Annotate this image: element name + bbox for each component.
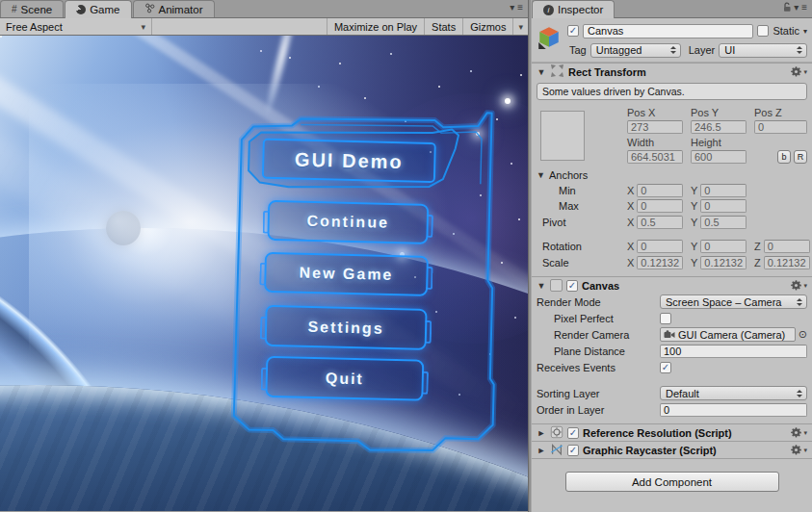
stats-button[interactable]: Stats: [424, 18, 462, 35]
tab-game[interactable]: Game: [65, 0, 131, 18]
static-caret-icon[interactable]: ▾: [803, 27, 807, 36]
anchor-preview[interactable]: [540, 111, 585, 161]
settings-button[interactable]: Settings: [265, 305, 428, 350]
pos-x-field[interactable]: 273: [627, 120, 683, 134]
graphic-raycaster-title: Graphic Raycaster (Script): [583, 445, 786, 456]
gameobject-cube-icon[interactable]: [537, 25, 562, 52]
inspector-tabstrip: i Inspector ▾≡: [532, 0, 812, 18]
height-field[interactable]: 600: [691, 150, 747, 164]
rect-transform-title: Rect Transform: [568, 66, 786, 78]
raw-edit-mode-button[interactable]: R: [794, 150, 807, 164]
reference-resolution-header[interactable]: ► ✓ Reference Resolution (Script) ▾: [532, 423, 812, 441]
plane-distance-value: 100: [664, 346, 681, 357]
add-component-area: Add Component: [532, 458, 812, 492]
add-component-button[interactable]: Add Component: [565, 472, 779, 492]
anchor-min-y-field[interactable]: 0: [700, 184, 747, 197]
axis-x-label: X: [627, 257, 634, 269]
width-field[interactable]: 664.5031: [627, 150, 683, 164]
rect-transform-header[interactable]: ▼ Rect Transform ▾: [532, 63, 812, 80]
canvas-component-header[interactable]: ▼ ✓ Canvas ▾: [532, 276, 812, 294]
render-mode-row: Render Mode Screen Space – Camera: [532, 294, 812, 310]
anchors-min-row: Min X0 Y0: [532, 183, 812, 198]
pivot-y-field[interactable]: 0.5: [700, 216, 747, 229]
reference-resolution-checkbox[interactable]: ✓: [567, 427, 579, 439]
maximize-label: Maximize on Play: [334, 21, 417, 33]
tab-scene[interactable]: # Scene: [0, 0, 64, 17]
foldout-icon[interactable]: ▼: [537, 281, 546, 291]
lock-icon[interactable]: [782, 2, 792, 13]
inspector-caret-icon[interactable]: ▾: [794, 2, 799, 13]
game-panel-menu[interactable]: ▾≡: [510, 2, 524, 13]
rect-position-block: Pos X Pos Y Pos Z 273 246.5 0 Width Heig…: [532, 103, 812, 167]
canvas-enabled-checkbox[interactable]: ✓: [566, 280, 578, 292]
min-x-value: 0: [641, 185, 646, 196]
pixel-perfect-label: Pixel Perfect: [537, 313, 660, 324]
render-camera-field[interactable]: GUI Camera (Camera): [660, 327, 796, 342]
menu-title-frame: GUI Demo: [262, 139, 436, 183]
quit-button[interactable]: Quit: [265, 356, 424, 401]
min-y-value: 0: [704, 185, 710, 196]
inspector-menu-icon[interactable]: ≡: [801, 2, 808, 13]
pos-y-field[interactable]: 246.5: [691, 120, 747, 134]
tab-inspector[interactable]: i Inspector: [532, 0, 615, 18]
gizmos-button[interactable]: Gizmos: [462, 18, 512, 35]
static-checkbox[interactable]: ✓: [757, 25, 769, 37]
continue-button[interactable]: Continue: [267, 200, 429, 244]
layer-dropdown[interactable]: UI: [719, 43, 807, 58]
render-mode-dropdown[interactable]: Screen Space – Camera: [660, 294, 807, 309]
foldout-icon[interactable]: ▼: [537, 67, 546, 77]
new-game-button[interactable]: New Game: [264, 252, 429, 296]
quit-label: Quit: [326, 370, 364, 388]
order-in-layer-field[interactable]: 0: [660, 403, 807, 417]
gear-caret-icon: ▾: [803, 447, 807, 454]
scale-z-field[interactable]: 0.12132: [764, 256, 810, 269]
gizmos-caret-button[interactable]: ▾: [512, 18, 528, 35]
scale-y-field[interactable]: 0.12132: [700, 256, 747, 269]
anchor-max-x-field[interactable]: 0: [637, 199, 683, 213]
pixel-perfect-checkbox[interactable]: ✓: [660, 313, 671, 324]
scale-x-field[interactable]: 0.12132: [637, 256, 683, 269]
plane-distance-field[interactable]: 100: [660, 345, 807, 358]
anchor-max-y-field[interactable]: 0: [700, 199, 747, 213]
axis-y-label: Y: [691, 241, 697, 252]
game-panel: # Scene Game Animator ▾≡ Free Aspect ▾: [0, 0, 528, 512]
canvas-gear[interactable]: ▾: [790, 279, 807, 292]
foldout-icon[interactable]: ►: [537, 428, 546, 438]
rect-transform-icon: [550, 64, 564, 80]
scale-z-value: 0.12132: [768, 257, 806, 269]
sorting-layer-label: Sorting Layer: [537, 388, 660, 399]
gameobject-active-checkbox[interactable]: ✓: [567, 25, 579, 37]
order-in-layer-value: 0: [664, 404, 669, 416]
pos-z-field[interactable]: 0: [754, 120, 807, 134]
gear-caret-icon: ▾: [803, 429, 807, 437]
anchors-foldout[interactable]: ▼ Anchors: [532, 167, 812, 183]
rotation-z-field[interactable]: 0: [764, 240, 810, 253]
sorting-layer-dropdown[interactable]: Default: [660, 386, 807, 400]
graphic-raycaster-checkbox[interactable]: ✓: [567, 445, 579, 456]
rotation-x-field[interactable]: 0: [637, 240, 683, 253]
info-icon: i: [543, 5, 554, 15]
gameobject-name-field[interactable]: Canvas: [583, 24, 753, 38]
check-icon: ✓: [569, 428, 577, 438]
pivot-x-field[interactable]: 0.5: [637, 216, 683, 229]
reference-resolution-gear[interactable]: ▾: [790, 426, 807, 439]
panel-caret-icon: ▾: [510, 2, 515, 13]
game-toolbar: Free Aspect ▾ Maximize on Play Stats Giz…: [0, 18, 528, 36]
maximize-on-play-button[interactable]: Maximize on Play: [327, 18, 424, 35]
rotation-y-field[interactable]: 0: [700, 240, 747, 253]
plane-distance-row: Plane Distance 100: [532, 343, 812, 359]
blueprint-mode-button[interactable]: b: [777, 150, 791, 164]
rotation-x-value: 0: [641, 241, 646, 252]
reference-resolution-icon: [550, 425, 563, 441]
aspect-dropdown[interactable]: Free Aspect ▾: [0, 18, 152, 35]
rect-transform-gear[interactable]: ▾: [790, 65, 807, 78]
tag-dropdown[interactable]: Untagged: [590, 43, 681, 58]
receives-events-checkbox[interactable]: ✓: [660, 362, 671, 373]
object-picker-icon[interactable]: ⊙: [799, 329, 807, 340]
rotation-y-value: 0: [704, 241, 710, 252]
graphic-raycaster-header[interactable]: ► ✓ Graphic Raycaster (Script) ▾: [532, 441, 812, 458]
anchor-min-x-field[interactable]: 0: [637, 184, 683, 197]
tab-animator[interactable]: Animator: [133, 0, 215, 17]
graphic-raycaster-gear[interactable]: ▾: [790, 444, 807, 456]
foldout-icon[interactable]: ►: [537, 446, 546, 455]
